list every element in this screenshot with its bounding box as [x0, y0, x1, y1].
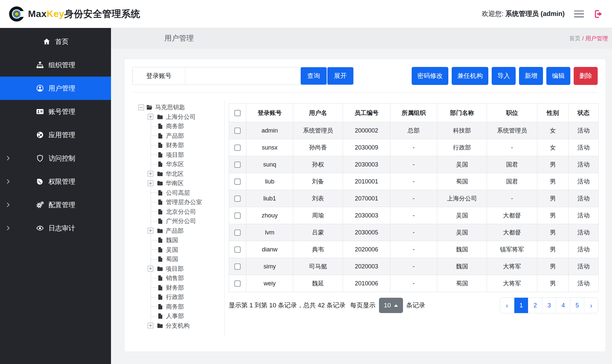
pagination-prev[interactable]: ‹ — [500, 298, 514, 313]
import-button[interactable]: 导入 — [492, 67, 516, 85]
query-button[interactable]: 查询 — [301, 67, 327, 85]
select-all-checkbox[interactable] — [234, 110, 241, 116]
expand-button[interactable]: 展开 — [327, 67, 353, 85]
table-row[interactable]: sunq孙权2030003-吴国国君男活动 — [229, 156, 599, 173]
sidebar-item-audit[interactable]: 日志审计 — [0, 216, 111, 240]
row-checkbox[interactable] — [234, 280, 241, 287]
pagination-page-2[interactable]: 2 — [528, 298, 542, 313]
expand-toggle-icon[interactable] — [148, 323, 153, 328]
tree-node-label[interactable]: 马克思钥匙 — [155, 103, 185, 111]
tree-node[interactable]: 商务部 — [151, 122, 224, 131]
row-checkbox[interactable] — [234, 212, 241, 219]
tree-node-label[interactable]: 财务部 — [166, 284, 184, 292]
table-row[interactable]: simy司马懿2020003-魏国大将军男活动 — [229, 258, 599, 275]
pagination-page-5[interactable]: 5 — [570, 298, 584, 313]
tree-node-label[interactable]: 华东区 — [166, 160, 184, 168]
tree-node-label[interactable]: 魏国 — [166, 236, 178, 244]
row-checkbox[interactable] — [234, 145, 241, 151]
tree-node-label[interactable]: 上海分公司 — [166, 113, 196, 121]
pagination-page-4[interactable]: 4 — [556, 298, 570, 313]
sidebar-item-config[interactable]: 配置管理 — [0, 193, 111, 216]
tree-node[interactable]: 项目部 — [148, 264, 224, 274]
row-checkbox[interactable] — [234, 246, 241, 253]
sidebar-item-org[interactable]: 组织管理 — [0, 53, 111, 77]
tree-node-label[interactable]: 广州分公司 — [166, 217, 196, 225]
tree-node-label[interactable]: 华南区 — [166, 179, 184, 187]
tree-node-label[interactable]: 人事部 — [166, 312, 184, 320]
tree-node[interactable]: 公司高层 — [151, 188, 224, 198]
tree-node[interactable]: 财务部 — [151, 283, 224, 293]
tree-node-label[interactable]: 分支机构 — [166, 322, 190, 330]
tree-node[interactable]: 行政部 — [151, 292, 224, 302]
tree-node[interactable]: 人事部 — [151, 311, 224, 321]
tree-node[interactable]: 产品部 — [151, 131, 224, 141]
table-row[interactable]: lvm吕蒙2030005-吴国大都督男活动 — [229, 224, 599, 241]
expand-toggle-icon[interactable] — [148, 228, 153, 233]
tree-node-label[interactable]: 财务部 — [166, 141, 184, 149]
table-row[interactable]: zhouy周瑜2030003-吴国大都督男活动 — [229, 207, 599, 224]
expand-toggle-icon[interactable] — [148, 181, 153, 186]
row-checkbox[interactable] — [234, 128, 241, 134]
menu-toggle-icon[interactable] — [574, 10, 584, 18]
tree-node-label[interactable]: 销售部 — [166, 274, 184, 282]
pagination-page-3[interactable]: 3 — [542, 298, 556, 313]
expand-toggle-icon[interactable] — [148, 266, 153, 271]
breadcrumb-home[interactable]: 首页 — [569, 35, 581, 42]
table-row[interactable]: dianw典韦2020006-魏国镇军将军男活动 — [229, 241, 599, 258]
row-checkbox[interactable] — [234, 195, 241, 202]
tree-node-label[interactable]: 北京分公司 — [166, 208, 196, 216]
tree-node-label[interactable]: 产品部 — [166, 227, 184, 235]
tree-node[interactable]: 商务部 — [151, 302, 224, 312]
tree-node-label[interactable]: 行政部 — [166, 293, 184, 301]
tree-node[interactable]: 蜀国 — [151, 254, 224, 264]
tree-node[interactable]: 魏国 — [151, 235, 224, 245]
sidebar-item-account[interactable]: 账号管理 — [0, 100, 111, 123]
tree-node-label[interactable]: 产品部 — [166, 132, 184, 140]
sidebar-item-app[interactable]: 应用管理 — [0, 123, 111, 147]
table-row[interactable]: sunsx孙尚香2030009-行政部-女活动 — [229, 139, 599, 156]
tree-node[interactable]: 北京分公司 — [151, 207, 224, 217]
tree-node-label[interactable]: 项目部 — [166, 151, 184, 159]
tree-node[interactable]: 华东区 — [151, 160, 224, 169]
tree-node[interactable]: 管理层办公室 — [151, 197, 224, 207]
row-checkbox[interactable] — [234, 263, 241, 270]
tree-node[interactable]: 分支机构 — [148, 321, 224, 331]
breadcrumb-current[interactable]: 用户管理 — [585, 35, 608, 42]
table-row[interactable]: admin系统管理员2000002总部科技部系统管理员女活动 — [229, 122, 599, 139]
add-button[interactable]: 新增 — [519, 67, 543, 85]
table-row[interactable]: liub1刘表2070001-上海分公司-男活动 — [229, 190, 599, 207]
tree-node-label[interactable]: 商务部 — [166, 122, 184, 130]
tree-node[interactable]: 广州分公司 — [151, 216, 224, 226]
expand-toggle-icon[interactable] — [148, 114, 153, 120]
tree-node[interactable]: 项目部 — [151, 150, 224, 160]
tree-node[interactable]: 吴国 — [151, 245, 224, 255]
tree-node[interactable]: 华北区 — [148, 169, 224, 179]
concurrent-org-button[interactable]: 兼任机构 — [452, 67, 488, 85]
collapse-toggle-icon[interactable] — [138, 105, 144, 110]
tree-node-label[interactable]: 蜀国 — [166, 255, 178, 263]
row-checkbox[interactable] — [234, 179, 241, 185]
sidebar-item-access[interactable]: 访问控制 — [0, 147, 111, 170]
tree-node-label[interactable]: 吴国 — [166, 246, 178, 254]
pagination-page-1[interactable]: 1 — [514, 298, 528, 313]
tree-node[interactable]: 销售部 — [151, 273, 224, 283]
sidebar-item-perm[interactable]: 权限管理 — [0, 170, 111, 193]
tree-node-label[interactable]: 公司高层 — [166, 189, 190, 197]
pagination-next[interactable]: › — [584, 298, 598, 313]
tree-node[interactable]: 产品部 — [148, 226, 224, 236]
sidebar-item-user[interactable]: 用户管理 — [0, 77, 111, 100]
tree-node-label[interactable]: 项目部 — [166, 265, 184, 273]
tree-node[interactable]: 上海分公司 — [148, 112, 224, 122]
per-page-select[interactable]: 10 — [379, 298, 403, 313]
delete-button[interactable]: 删除 — [574, 67, 598, 85]
expand-toggle-icon[interactable] — [148, 171, 153, 177]
logout-icon[interactable] — [593, 9, 603, 19]
tree-node-label[interactable]: 商务部 — [166, 303, 184, 311]
edit-button[interactable]: 编辑 — [546, 67, 570, 85]
row-checkbox[interactable] — [234, 229, 241, 236]
password-modify-button[interactable]: 密码修改 — [412, 67, 448, 85]
login-account-input[interactable] — [185, 67, 301, 85]
tree-node[interactable]: 华南区 — [148, 179, 224, 188]
tree-node-label[interactable]: 华北区 — [166, 170, 184, 178]
tree-node[interactable]: 财务部 — [151, 141, 224, 150]
